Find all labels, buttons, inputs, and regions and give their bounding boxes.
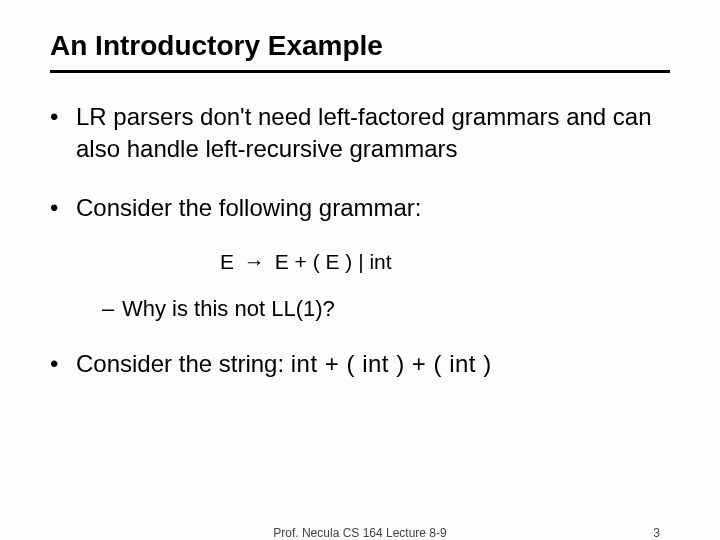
footer-center: Prof. Necula CS 164 Lecture 8-9 — [273, 526, 446, 540]
grammar-line: E → E + ( E ) | int — [220, 250, 670, 274]
page-number: 3 — [653, 526, 660, 540]
title-rule — [50, 70, 670, 73]
arrow-icon: → — [244, 250, 265, 274]
bullet-item: Consider the following grammar: — [50, 192, 670, 224]
bullet-item: Consider the string: int + ( int ) + ( i… — [50, 348, 670, 380]
bullet-list-2: Consider the string: int + ( int ) + ( i… — [50, 348, 670, 380]
grammar-rhs: E + ( E ) | int — [275, 250, 392, 273]
bullet-item: LR parsers don't need left-factored gram… — [50, 101, 670, 166]
bullet-list: LR parsers don't need left-factored gram… — [50, 101, 670, 224]
grammar-lhs: E — [220, 250, 234, 273]
slide: An Introductory Example LR parsers don't… — [0, 0, 720, 540]
sub-bullet-item: Why is this not LL(1)? — [102, 296, 670, 322]
example-string: int + ( int ) + ( int ) — [291, 350, 492, 377]
slide-title: An Introductory Example — [50, 30, 670, 62]
bullet-prefix: Consider the string: — [76, 350, 291, 377]
